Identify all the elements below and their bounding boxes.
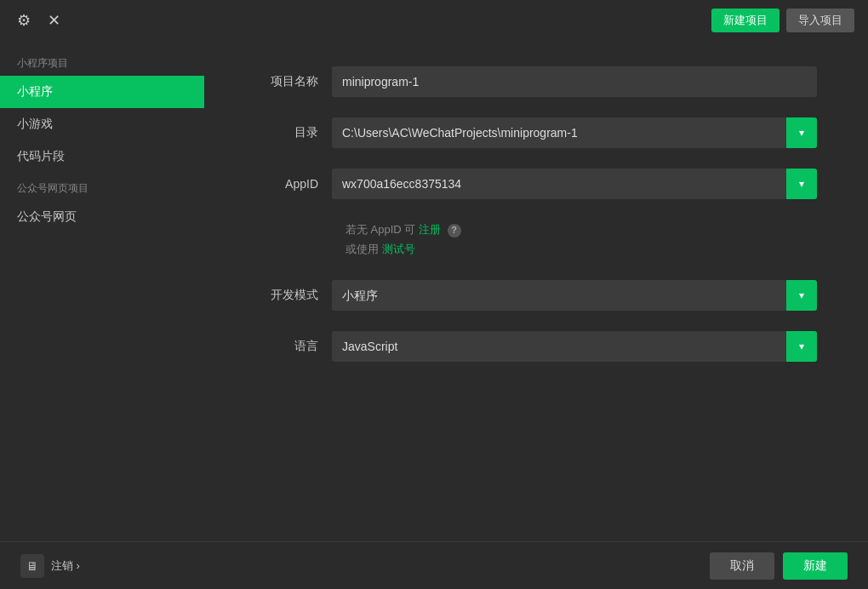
language-select-wrapper: JavaScript ▾: [332, 331, 817, 362]
sidebar-item-miniprogram[interactable]: 小程序: [0, 76, 204, 108]
directory-label: 目录: [255, 125, 332, 140]
sidebar-section-webpage: 公众号网页项目: [0, 173, 204, 201]
close-button[interactable]: ✕: [44, 11, 64, 30]
sidebar-section-miniprogram: 小程序项目: [0, 48, 204, 76]
form-content: 项目名称 目录 ▾ AppID ▾ 若无 AppID 可 注册 ?: [204, 41, 868, 541]
language-label: 语言: [255, 339, 332, 354]
create-button[interactable]: 新建: [783, 552, 848, 580]
project-name-row: 项目名称: [255, 66, 817, 97]
bottom-bar: 🖥 注销 › 取消 新建: [0, 541, 868, 589]
bottom-left: 🖥 注销 ›: [20, 554, 80, 578]
hint-text-line2: 或使用 测试号: [345, 239, 817, 259]
sidebar: 小程序项目 小程序 小游戏 代码片段 公众号网页项目 公众号网页: [0, 41, 204, 541]
directory-select-wrapper: ▾: [332, 117, 817, 148]
appid-row: AppID ▾: [255, 169, 817, 199]
account-glyph: 🖥: [26, 559, 38, 573]
devmode-select[interactable]: 小程序: [332, 280, 817, 311]
testid-link[interactable]: 测试号: [382, 243, 415, 255]
question-icon[interactable]: ?: [448, 224, 461, 237]
hint-text-line1: 若无 AppID 可 注册 ?: [345, 220, 817, 239]
language-row: 语言 JavaScript ▾: [255, 331, 817, 362]
main-content: 小程序项目 小程序 小游戏 代码片段 公众号网页项目 公众号网页 项目名称 目录…: [0, 41, 868, 541]
appid-select-wrapper: ▾: [332, 169, 817, 199]
cancel-button[interactable]: 取消: [710, 552, 774, 580]
new-project-button[interactable]: 新建项目: [711, 9, 779, 32]
devmode-row: 开发模式 小程序 ▾: [255, 280, 817, 311]
directory-row: 目录 ▾: [255, 117, 817, 148]
top-bar-right: 新建项目 导入项目: [711, 9, 854, 32]
register-link[interactable]: 注册: [419, 223, 441, 236]
sidebar-item-webpage[interactable]: 公众号网页: [0, 201, 204, 233]
top-bar: ⚙ ✕ 新建项目 导入项目: [0, 0, 868, 41]
language-select[interactable]: JavaScript: [332, 331, 817, 362]
appid-label: AppID: [255, 177, 332, 191]
account-icon[interactable]: 🖥: [20, 554, 44, 578]
logout-link[interactable]: 注销 ›: [51, 558, 80, 574]
sidebar-item-snippet[interactable]: 代码片段: [0, 140, 204, 173]
bottom-right: 取消 新建: [710, 552, 848, 580]
top-bar-left: ⚙ ✕: [14, 11, 64, 30]
appid-hint-row: 若无 AppID 可 注册 ? 或使用 测试号: [255, 220, 817, 260]
project-name-label: 项目名称: [255, 74, 332, 89]
settings-button[interactable]: ⚙: [14, 11, 34, 30]
sidebar-item-minigame[interactable]: 小游戏: [0, 108, 204, 140]
devmode-label: 开发模式: [255, 288, 332, 303]
devmode-select-wrapper: 小程序 ▾: [332, 280, 817, 311]
directory-input[interactable]: [332, 117, 817, 148]
import-project-button[interactable]: 导入项目: [786, 9, 854, 32]
project-name-input[interactable]: [332, 66, 817, 97]
appid-input[interactable]: [332, 169, 817, 199]
